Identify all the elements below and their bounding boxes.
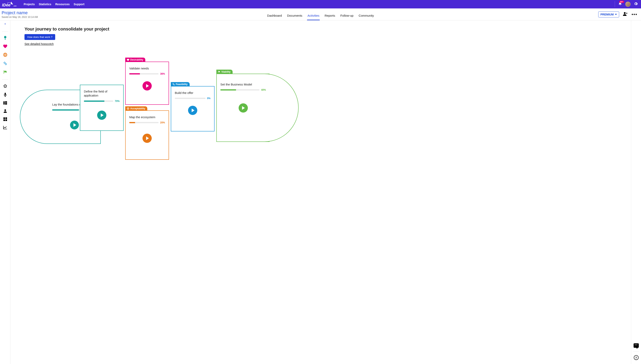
tab-followup[interactable]: Follow-up xyxy=(340,14,354,20)
progress: 20% xyxy=(129,121,165,124)
rail-radar[interactable] xyxy=(3,84,7,89)
card-field-of-application[interactable]: Define the field of application 70% xyxy=(80,85,124,131)
heart-icon xyxy=(127,59,129,61)
topbar: Lance ton IDée .com Projects Statistics … xyxy=(0,0,641,8)
bulb-icon xyxy=(4,36,7,40)
share-button[interactable] xyxy=(623,12,628,17)
user-avatar[interactable] xyxy=(625,2,630,7)
play-button[interactable] xyxy=(188,106,197,115)
settings-gear[interactable] xyxy=(634,2,638,6)
play-button[interactable] xyxy=(142,81,152,90)
svg-rect-6 xyxy=(4,101,4,104)
plan-label: PREMIUM xyxy=(600,13,614,16)
rail-feasibility[interactable] xyxy=(3,62,7,66)
arc-left-decoration xyxy=(20,90,77,144)
notifications-bell[interactable]: 20+ xyxy=(618,2,622,6)
card-title: Validate needs xyxy=(129,66,165,70)
rail-user[interactable] xyxy=(4,109,7,114)
plan-dropdown[interactable]: PREMIUM xyxy=(598,12,619,18)
progress: 0% xyxy=(175,97,210,100)
svg-point-0 xyxy=(624,12,626,14)
hopscotch-stage: Legitimacy Lay the foundations of the pr… xyxy=(24,52,625,164)
rail-desirability[interactable] xyxy=(3,44,7,49)
pentagon-icon xyxy=(3,84,7,88)
page-title: Your journey to consolidate your project xyxy=(24,26,625,32)
main-content: Your journey to consolidate your project… xyxy=(10,20,631,364)
rail-viability[interactable] xyxy=(3,70,7,75)
card-viability[interactable]: Viability Set the Business Model 40% xyxy=(216,74,270,142)
subbar: Project name Saved on May 19, 2022 10:14… xyxy=(0,8,641,20)
chat-button[interactable] xyxy=(634,343,639,348)
tag-desirability: Desirability xyxy=(125,58,145,62)
brand-name: IDée xyxy=(2,3,10,7)
svg-rect-10 xyxy=(4,118,5,119)
rail-legitimacy[interactable] xyxy=(4,36,7,41)
card-title: Define the field of application xyxy=(84,90,120,98)
globe-icon xyxy=(3,53,7,57)
person-add-icon xyxy=(623,12,628,16)
card-acceptability[interactable]: Acceptability Map the ecosystem 20% xyxy=(125,110,169,160)
card-desirability[interactable]: Desirability Validate needs 36% xyxy=(125,62,169,105)
heart-icon xyxy=(3,44,7,48)
line-chart-icon xyxy=(3,126,7,129)
nav-projects[interactable]: Projects xyxy=(24,2,35,6)
svg-rect-12 xyxy=(4,120,5,121)
project-name[interactable]: Project name xyxy=(2,10,38,16)
grid-icon xyxy=(4,118,7,121)
svg-rect-13 xyxy=(6,120,7,121)
tab-reports[interactable]: Reports xyxy=(324,14,336,20)
notifications-badge: 20+ xyxy=(619,0,624,3)
tag-viability: Viability xyxy=(216,70,232,74)
rail-layout[interactable] xyxy=(4,101,7,106)
globe-icon xyxy=(127,107,129,110)
help-button[interactable]: ? xyxy=(634,355,638,360)
play-button[interactable] xyxy=(97,110,106,120)
project-tabs: Dashboard Documents Activities Reports F… xyxy=(267,14,374,20)
nav-statistics[interactable]: Statistics xyxy=(39,2,51,6)
card-title: Build the offer xyxy=(175,91,210,95)
rail-chart[interactable] xyxy=(3,126,7,130)
card-feasibility[interactable]: Feasibility Build the offer 0% xyxy=(171,86,214,132)
gears-icon xyxy=(3,62,7,66)
tab-community[interactable]: Community xyxy=(358,14,374,20)
chevron-down-icon xyxy=(615,14,617,15)
svg-rect-11 xyxy=(6,118,7,119)
svg-point-17 xyxy=(174,84,174,85)
rail-acceptability[interactable] xyxy=(3,53,7,58)
mic-icon xyxy=(4,93,7,97)
card-title: Map the ecosystem xyxy=(129,115,165,119)
layout-icon xyxy=(4,101,7,104)
gears-icon xyxy=(172,83,175,86)
how-does-that-work-button[interactable]: How does that work ? xyxy=(24,34,55,40)
svg-point-3 xyxy=(4,62,5,64)
svg-point-4 xyxy=(5,64,6,65)
tab-documents[interactable]: Documents xyxy=(286,14,303,20)
brand-suffix: .com xyxy=(13,5,16,6)
rail-grid[interactable] xyxy=(4,118,7,122)
gear-icon xyxy=(634,2,638,6)
right-rail: ? xyxy=(631,20,641,364)
collapse-rail-button[interactable]: » xyxy=(4,22,6,25)
flag-icon xyxy=(218,71,220,73)
tag-acceptability: Acceptability xyxy=(125,106,147,111)
rail-voice[interactable] xyxy=(4,93,7,98)
nav-resources[interactable]: Resources xyxy=(56,2,70,6)
tag-feasibility: Feasibility xyxy=(171,82,190,86)
flag-icon xyxy=(3,70,7,74)
svg-rect-5 xyxy=(4,93,6,95)
progress: 36% xyxy=(129,72,165,75)
topbar-divider xyxy=(615,1,615,7)
project-saved-timestamp: Saved on May 19, 2022 10:14 AM xyxy=(2,16,38,19)
nav-support[interactable]: Support xyxy=(74,2,84,6)
svg-rect-7 xyxy=(5,101,7,103)
more-menu[interactable]: ••• xyxy=(632,12,638,17)
see-detailed-hopscotch-link[interactable]: See detailed hopscotch xyxy=(24,42,54,46)
person-icon xyxy=(4,109,7,113)
tab-dashboard[interactable]: Dashboard xyxy=(267,14,282,20)
tab-activities[interactable]: Activities xyxy=(307,14,320,20)
brand-logo[interactable]: Lance ton IDée .com xyxy=(2,1,18,7)
svg-point-16 xyxy=(173,84,174,84)
play-button[interactable] xyxy=(142,134,152,143)
left-rail: » xyxy=(0,20,10,364)
main-nav: Projects Statistics Resources Support xyxy=(24,2,84,6)
